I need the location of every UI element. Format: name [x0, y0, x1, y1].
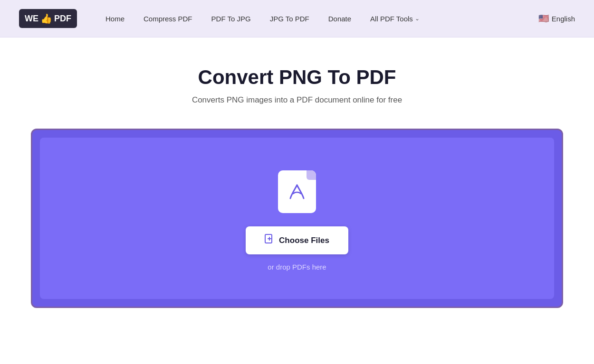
drop-zone-outer[interactable]: Choose Files or drop PDFs here [31, 129, 563, 308]
language-selector[interactable]: 🇺🇸 English [538, 13, 575, 24]
page-subtitle: Converts PNG images into a PDF document … [192, 95, 402, 105]
logo[interactable]: WE 👍 PDF [19, 9, 77, 28]
nav-all-pdf-tools[interactable]: All PDF Tools ⌄ [370, 15, 420, 23]
logo-we-text: WE [25, 14, 38, 24]
logo-thumb-icon: 👍 [40, 13, 52, 24]
nav-jpg-to-pdf[interactable]: JPG To PDF [270, 15, 309, 23]
header: WE 👍 PDF Home Compress PDF PDF To JPG JP… [0, 0, 594, 37]
pdf-icon-container [278, 170, 316, 213]
nav-donate[interactable]: Donate [328, 15, 351, 23]
page-title: Convert PNG To PDF [198, 66, 396, 89]
flag-icon: 🇺🇸 [538, 13, 549, 24]
choose-files-label: Choose Files [279, 236, 329, 245]
nav-compress-pdf[interactable]: Compress PDF [144, 15, 192, 23]
acrobat-icon [278, 170, 316, 213]
file-plus-icon [265, 234, 274, 247]
pdf-file-icon [278, 170, 316, 213]
main-nav: Home Compress PDF PDF To JPG JPG To PDF … [105, 15, 538, 23]
drop-text: or drop PDFs here [268, 263, 326, 271]
logo-pdf-text: PDF [54, 14, 71, 24]
nav-home[interactable]: Home [105, 15, 125, 23]
chevron-down-icon: ⌄ [415, 15, 420, 22]
drop-zone-inner[interactable]: Choose Files or drop PDFs here [40, 138, 554, 299]
main-content: Convert PNG To PDF Converts PNG images i… [0, 37, 594, 364]
nav-pdf-to-jpg[interactable]: PDF To JPG [211, 15, 251, 23]
language-label: English [552, 15, 575, 23]
choose-files-button[interactable]: Choose Files [246, 226, 348, 254]
